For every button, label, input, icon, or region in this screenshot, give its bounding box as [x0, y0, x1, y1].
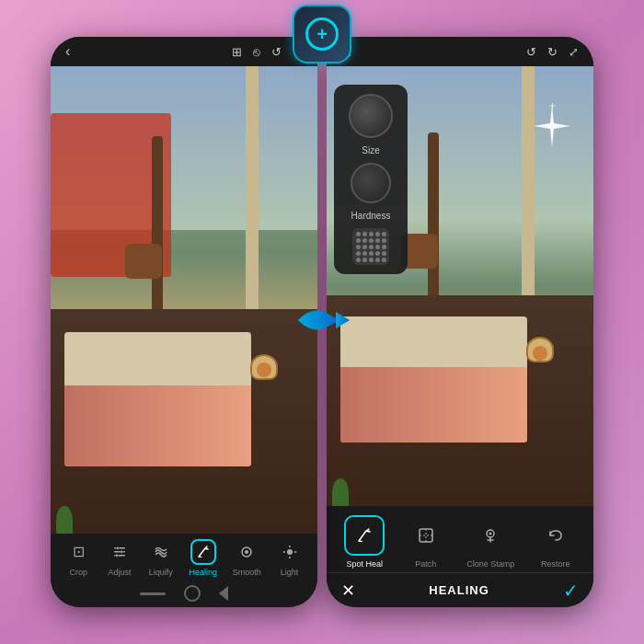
tool-patch[interactable]: Patch	[406, 515, 446, 569]
r-table	[327, 295, 593, 506]
tool-smooth-icon	[234, 539, 259, 565]
svg-point-5	[116, 554, 119, 557]
left-status-bar: ‹ ⊞ ⎋ ↺ ↻	[51, 37, 317, 66]
tool-liquify-label: Liquify	[149, 568, 173, 577]
size-circle	[349, 94, 393, 138]
left-share-btn[interactable]: ⎋	[253, 45, 260, 59]
svg-rect-0	[114, 547, 125, 549]
pattern-dots	[352, 228, 389, 265]
confirm-button[interactable]: ✓	[563, 580, 579, 602]
right-cafe-image: Size Hardness	[327, 66, 593, 506]
nav-home-icon	[184, 585, 201, 602]
right-bottom-panel: Spot Heal Patch Clone Stamp	[327, 506, 593, 607]
right-image-area: Size Hardness	[327, 66, 593, 506]
tool-clone-stamp[interactable]: Clone Stamp	[466, 515, 514, 569]
r-magazine-face	[340, 367, 527, 443]
app-icon-plus: +	[316, 24, 328, 45]
tool-healing[interactable]: Healing	[190, 539, 218, 577]
left-undo-btn[interactable]: ↺	[271, 45, 282, 59]
svg-point-3	[117, 546, 120, 549]
tool-restore-icon	[535, 515, 576, 556]
main-container: + ‹ ⊞ ⎋ ↺ ↻	[14, 14, 630, 630]
tool-smooth[interactable]: Smooth	[233, 539, 261, 577]
tool-spot-heal[interactable]: Spot Heal	[344, 515, 385, 569]
left-nav-dots	[51, 581, 317, 607]
svg-point-7	[245, 550, 248, 554]
tool-crop-label: Crop	[70, 568, 88, 577]
action-bar: ✕ HEALING ✓	[327, 572, 593, 607]
left-layers-btn[interactable]: ⊞	[232, 45, 242, 59]
right-expand-btn[interactable]: ⤢	[569, 45, 579, 59]
nav-back-icon	[219, 586, 228, 601]
tool-spot-heal-label: Spot Heal	[346, 559, 383, 569]
nav-menu-icon	[140, 592, 166, 595]
sparkle-effect	[529, 103, 575, 157]
tool-smooth-label: Smooth	[233, 568, 261, 577]
tool-crop[interactable]: ⊡ Crop	[65, 539, 91, 577]
tool-adjust-icon	[107, 539, 132, 565]
tool-liquify-icon	[148, 539, 174, 565]
svg-point-8	[287, 549, 293, 555]
healing-title: HEALING	[429, 583, 489, 597]
svg-rect-1	[114, 551, 125, 553]
table	[51, 309, 317, 534]
right-tool-strip: Spot Heal Patch Clone Stamp	[327, 506, 593, 572]
svg-point-16	[489, 533, 492, 535]
r-plant	[332, 478, 349, 506]
tool-light-label: Light	[281, 568, 299, 577]
coffee-latte	[257, 362, 271, 377]
svg-rect-14	[420, 529, 432, 542]
tool-patch-label: Patch	[415, 559, 436, 569]
tool-clone-stamp-label: Clone Stamp	[466, 559, 514, 569]
r-magazine	[340, 316, 527, 443]
left-cafe-image	[51, 66, 317, 534]
hardness-label: Hardness	[351, 211, 391, 221]
left-back-btn[interactable]: ‹	[65, 43, 70, 60]
app-icon[interactable]: +	[293, 5, 351, 63]
phone-left: ‹ ⊞ ⎋ ↺ ↻	[51, 37, 317, 607]
coffee-cup	[250, 354, 278, 380]
tool-light-icon	[277, 539, 303, 565]
tool-liquify[interactable]: Liquify	[148, 539, 174, 577]
svg-point-4	[121, 550, 123, 553]
left-image-area	[51, 66, 317, 534]
tool-restore[interactable]: Restore	[535, 515, 576, 569]
tool-light[interactable]: Light	[277, 539, 303, 577]
r-coffee-latte	[533, 346, 547, 361]
tool-adjust-label: Adjust	[109, 568, 132, 577]
right-redo-btn[interactable]: ↻	[547, 45, 558, 59]
tool-healing-icon	[190, 539, 216, 565]
bag	[125, 244, 162, 279]
brush-panel: Size Hardness	[334, 85, 408, 274]
tool-healing-label: Healing	[190, 568, 218, 577]
plant	[56, 506, 73, 534]
phone-right: ⊞ ↺ ↻ ⤢	[327, 37, 593, 607]
tool-spot-heal-icon	[344, 515, 385, 556]
hardness-circle	[351, 163, 391, 203]
tool-patch-icon	[406, 515, 446, 556]
size-label: Size	[362, 145, 379, 155]
left-tool-strip: ⊡ Crop Adjust Liquify	[51, 534, 317, 581]
tool-crop-icon: ⊡	[65, 539, 91, 565]
tool-restore-label: Restore	[541, 559, 570, 569]
magazine-face	[64, 385, 251, 466]
left-bottom-bar: ⊡ Crop Adjust Liquify	[51, 534, 317, 607]
magazine	[64, 332, 251, 466]
app-icon-inner: +	[305, 17, 339, 51]
cancel-button[interactable]: ✕	[341, 581, 355, 601]
r-coffee-cup	[526, 337, 554, 362]
tool-adjust[interactable]: Adjust	[107, 539, 132, 577]
tool-clone-stamp-icon	[470, 515, 511, 556]
right-undo-btn[interactable]: ↺	[526, 45, 536, 59]
right-status-bar: ⊞ ↺ ↻ ⤢	[327, 37, 593, 66]
